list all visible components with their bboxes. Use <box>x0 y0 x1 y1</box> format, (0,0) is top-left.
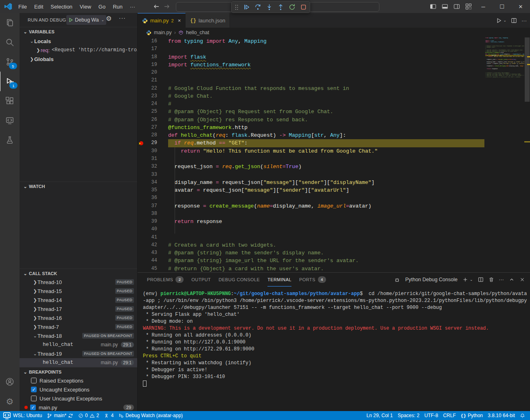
maximize-panel-icon[interactable] <box>509 277 515 282</box>
statusbar-cursor-position[interactable]: Ln 29, Col 1 <box>364 411 395 420</box>
panel-tab-terminal[interactable]: TERMINAL <box>267 273 291 287</box>
console-selector[interactable]: Python Debug Console <box>405 277 458 282</box>
breakpoint-gutter[interactable] <box>138 37 147 45</box>
breakpoint-checkbox[interactable]: ✓ <box>31 387 37 392</box>
breakpoint-gutter[interactable] <box>138 171 147 179</box>
breakpoint-gutter[interactable] <box>138 249 147 257</box>
breakpoint-gutter[interactable] <box>138 186 147 194</box>
activity-extensions[interactable] <box>0 91 20 111</box>
toggle-panel-icon[interactable] <box>442 3 448 10</box>
toggle-secondary-sidebar-icon[interactable] <box>453 3 460 10</box>
locals-tree-item[interactable]: ⌄ Locals <box>20 37 137 46</box>
back-arrow-icon[interactable] <box>153 3 160 10</box>
menu-run[interactable]: Run <box>109 2 126 11</box>
continue-icon[interactable] <box>243 4 250 11</box>
menu-selection[interactable]: Selection <box>47 2 76 11</box>
kill-terminal-icon[interactable] <box>488 277 494 282</box>
breakpoint-gutter[interactable] <box>138 45 147 53</box>
breadcrumb[interactable]: main.py › hello_chat <box>138 28 530 37</box>
breakpoint-gutter[interactable] <box>138 194 147 202</box>
tab-launch.json[interactable]: {}launch.json <box>186 13 230 28</box>
minimap[interactable]: from typing import Any, Mappingimport fl… <box>485 37 524 273</box>
minimize-button[interactable]: ─ <box>474 0 493 13</box>
step-into-icon[interactable] <box>266 4 273 11</box>
statusbar-debug-status[interactable]: Debug Watch (avatar-app) <box>116 411 185 420</box>
breakpoint-gutter[interactable] <box>138 53 147 61</box>
callstack-thread[interactable]: ❯Thread-17PAUSED <box>20 304 137 313</box>
callstack-thread[interactable]: ⌄Thread-18PAUSED ON BREAKPOINT <box>20 331 137 340</box>
tab-main.py[interactable]: main.py2× <box>138 13 186 28</box>
statusbar-remote-indicator[interactable]: WSL: Ubuntu <box>0 411 44 420</box>
panel-tab-debug-console[interactable]: DEBUG CONSOLE <box>219 273 260 287</box>
menu-overflow[interactable]: ··· <box>126 2 139 11</box>
step-out-icon[interactable] <box>277 4 284 11</box>
activity-source-control[interactable]: 5 <box>0 52 20 72</box>
breakpoint-row[interactable]: Raised Exceptions <box>20 376 137 385</box>
breakpoint-checkbox[interactable] <box>31 396 37 401</box>
breakpoint-gutter[interactable] <box>138 100 147 108</box>
editor-more-actions-icon[interactable]: ··· <box>521 18 527 24</box>
run-dropdown-chevron-icon[interactable]: ⌄ <box>503 18 506 22</box>
activity-run-and-debug[interactable]: 1 <box>0 72 20 91</box>
restart-icon[interactable] <box>289 4 296 11</box>
run-python-file-icon[interactable] <box>496 18 502 24</box>
breakpoint-gutter[interactable] <box>138 92 147 100</box>
menu-edit[interactable]: Edit <box>31 2 47 11</box>
stop-icon[interactable] <box>300 4 307 11</box>
breakpoint-gutter[interactable]: ➤ <box>138 139 147 147</box>
breakpoint-gutter[interactable] <box>138 131 147 139</box>
panel-tab-ports[interactable]: PORTS4 <box>299 273 326 287</box>
callstack-thread[interactable]: ❯Thread-15PAUSED <box>20 287 137 295</box>
breakpoint-gutter[interactable] <box>138 147 147 155</box>
breakpoint-row[interactable]: ✓Uncaught Exceptions <box>20 385 137 394</box>
breakpoint-row[interactable]: ✓main.py29 <box>20 403 137 412</box>
breakpoint-gutter[interactable] <box>138 257 147 265</box>
close-button[interactable]: ✕ <box>511 0 530 13</box>
statusbar-ports[interactable]: 4 <box>101 411 116 420</box>
breakpoint-checkbox[interactable] <box>31 378 37 383</box>
toggle-sidebar-icon[interactable] <box>430 3 436 10</box>
statusbar-notifications[interactable] <box>517 411 528 420</box>
panel-more-actions-icon[interactable]: ··· <box>499 277 504 282</box>
terminal-dropdown-chevron-icon[interactable]: ⌄ <box>470 278 473 282</box>
statusbar-branch[interactable]: main* <box>44 411 76 420</box>
customize-layout-icon[interactable] <box>465 3 472 10</box>
code-editor[interactable]: 16from typing import Any, Mapping1718imp… <box>138 37 530 273</box>
statusbar-problems[interactable]: 02 <box>76 411 101 420</box>
variable-req-row[interactable]: ❯ req: <Request 'http://charming-tro… <box>20 46 137 55</box>
activity-accounts[interactable] <box>0 372 20 392</box>
breadcrumb-symbol[interactable]: hello_chat <box>186 30 209 35</box>
callstack-thread[interactable]: ❯Thread-14PAUSED <box>20 295 137 304</box>
close-panel-icon[interactable] <box>519 277 525 282</box>
breakpoint-gutter[interactable] <box>138 108 147 116</box>
breakpoints-section-header[interactable]: ⌄ BREAKPOINTS <box>20 367 137 376</box>
maximize-button[interactable]: ☐ <box>493 0 511 13</box>
statusbar-eol[interactable]: CRLF <box>440 411 458 420</box>
launch-config-dropdown[interactable]: Debug Wa ⌄ <box>66 15 106 25</box>
breakpoint-gutter[interactable] <box>138 210 147 218</box>
menu-file[interactable]: File <box>15 2 31 11</box>
new-terminal-icon[interactable] <box>462 277 468 282</box>
breakpoint-checkbox[interactable]: ✓ <box>30 405 36 410</box>
breakpoint-gutter[interactable] <box>138 202 147 210</box>
breakpoint-gutter[interactable] <box>138 77 147 84</box>
callstack-thread[interactable]: ❯Thread-16PAUSED <box>20 313 137 322</box>
menu-go[interactable]: Go <box>95 2 109 11</box>
breakpoint-gutter[interactable] <box>138 61 147 69</box>
breakpoint-gutter[interactable] <box>138 225 147 233</box>
menu-view[interactable]: View <box>76 2 95 11</box>
sidebar-more-actions-icon[interactable]: ··· <box>119 15 126 21</box>
statusbar-python-version[interactable]: 3.8.10 64-bit <box>485 411 517 420</box>
close-tab-icon[interactable]: × <box>178 18 181 24</box>
breakpoint-row[interactable]: User Uncaught Exceptions <box>20 394 137 403</box>
breakpoint-gutter[interactable] <box>138 155 147 163</box>
breakpoint-gutter[interactable] <box>138 234 147 241</box>
breakpoint-gutter[interactable] <box>138 218 147 225</box>
activity-testing[interactable] <box>0 130 20 150</box>
split-terminal-icon[interactable] <box>478 277 484 282</box>
call-stack-section-header[interactable]: ⌄ CALL STACK <box>20 269 137 278</box>
breakpoint-gutter[interactable] <box>138 265 147 273</box>
terminal-output[interactable]: (env) pierrick@LAPTOP-HKU5PNNG:~/git/goo… <box>143 291 527 409</box>
breakpoint-gutter[interactable] <box>138 241 147 249</box>
step-over-icon[interactable] <box>254 4 261 11</box>
